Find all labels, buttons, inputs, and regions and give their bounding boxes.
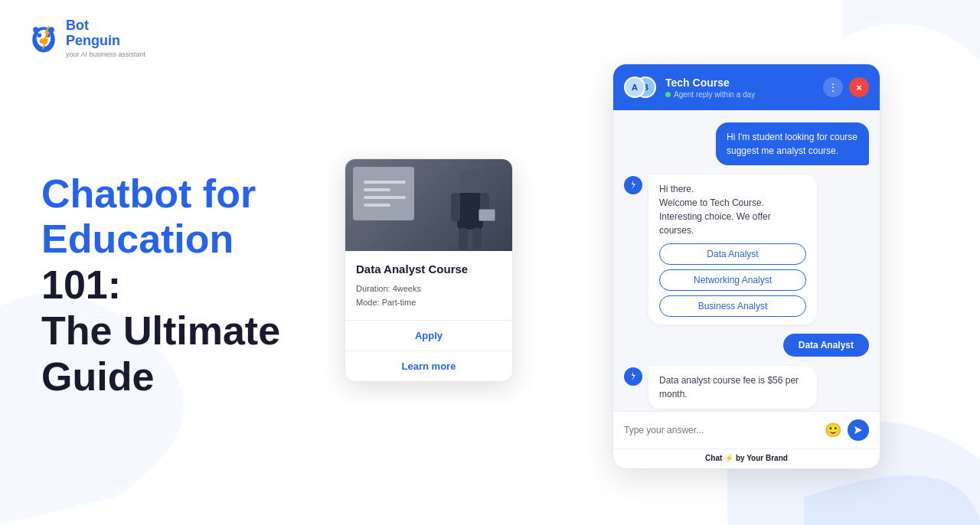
option-networking-analyst[interactable]: Networking Analyst [659, 269, 806, 291]
chat-title: Tech Course [665, 77, 815, 89]
heading-101: 101: [41, 262, 121, 307]
course-title: Data Analyst Course [356, 262, 501, 277]
svg-point-6 [48, 27, 54, 32]
user-message-1: Hi I'm student looking for course sugges… [716, 122, 869, 165]
board-line-2 [364, 188, 390, 191]
heading-line2: Education 101: [41, 217, 322, 308]
logo-brand: BotPenguin [66, 18, 145, 49]
chat-avatars: A B [624, 73, 658, 101]
bot-bubble-2: Data analyst course fee is $56 per month… [648, 366, 817, 409]
board-line-1 [364, 181, 406, 184]
chat-input-field[interactable] [624, 425, 818, 435]
send-button[interactable] [848, 419, 869, 441]
bot-avatar-1 [624, 176, 642, 194]
chat-header: A B Tech Course Agent reply within a day… [613, 64, 880, 110]
person-silhouette [443, 167, 497, 251]
bot-avatar-2 [624, 367, 642, 386]
course-meta: Duration: 4weeks Mode: Part-time [356, 282, 501, 309]
course-duration: Duration: 4weeks [356, 282, 501, 296]
svg-rect-14 [479, 210, 495, 220]
bot-bubble-1: Hi there.Welcome to Tech Course. Interes… [648, 174, 817, 324]
right-chat-area: A B Tech Course Agent reply within a day… [536, 56, 980, 469]
chat-footer-by: by [736, 454, 746, 462]
board-line-4 [364, 204, 390, 207]
chat-header-info: Tech Course Agent reply within a day [665, 77, 815, 99]
chat-messages: Hi I'm student looking for course sugges… [613, 110, 880, 411]
status-dot [665, 92, 671, 97]
svg-point-2 [38, 33, 42, 38]
chat-footer: Chat ⚡ by Your Brand [613, 448, 880, 468]
more-options-button[interactable]: ⋮ [823, 77, 843, 97]
chat-input-area[interactable]: 🙂 [613, 411, 880, 448]
center-card-area: Data Analyst Course Duration: 4weeks Mod… [322, 143, 536, 383]
svg-point-7 [459, 170, 481, 191]
heading-education: Education [41, 217, 234, 261]
course-card: Data Analyst Course Duration: 4weeks Mod… [345, 158, 513, 383]
chat-header-actions: ⋮ × [823, 77, 869, 97]
svg-rect-9 [451, 193, 460, 222]
bot-message-row-2: Data analyst course fee is $56 per month… [624, 366, 869, 409]
avatar-1: A [624, 77, 645, 98]
course-mode: Mode: Part-time [356, 296, 501, 310]
svg-point-5 [33, 27, 38, 32]
main-content: Chatbot for Education 101: The Ultimate … [0, 0, 980, 525]
board-content [364, 181, 406, 207]
chat-window: A B Tech Course Agent reply within a day… [612, 64, 880, 469]
emoji-button[interactable]: 🙂 [825, 422, 841, 439]
course-card-body: Data Analyst Course Duration: 4weeks Mod… [345, 251, 512, 310]
chat-status-text: Agent reply within a day [674, 90, 755, 99]
learn-more-button[interactable]: Learn more [345, 351, 512, 381]
logo-icon [28, 20, 60, 57]
user-selection-data-analyst: Data Analyst [783, 334, 869, 357]
whiteboard [353, 167, 414, 220]
bot-message-row-1: Hi there.Welcome to Tech Course. Interes… [624, 174, 869, 324]
left-text: Chatbot for Education 101: The Ultimate … [0, 126, 322, 400]
chat-footer-text: Chat [705, 454, 722, 462]
apply-button[interactable]: Apply [345, 321, 512, 351]
svg-rect-11 [459, 228, 468, 249]
heading-line3: The Ultimate Guide [41, 308, 322, 400]
course-card-image [345, 159, 512, 251]
option-business-analyst[interactable]: Business Analyst [659, 295, 806, 317]
heading-line1: Chatbot for [41, 171, 322, 217]
chat-footer-brand: Your Brand [746, 454, 788, 462]
logo-area: BotPenguin your AI business assistant [28, 18, 145, 58]
course-options: Data Analyst Networking Analyst Business… [659, 243, 806, 317]
board-line-3 [364, 196, 406, 199]
option-data-analyst[interactable]: Data Analyst [659, 243, 806, 265]
chat-status: Agent reply within a day [665, 90, 815, 99]
close-chat-button[interactable]: × [849, 77, 869, 97]
svg-rect-12 [472, 228, 482, 249]
logo-tagline: your AI business assistant [66, 51, 145, 58]
course-card-actions: Apply Learn more [345, 320, 512, 381]
logo-text: BotPenguin your AI business assistant [66, 18, 145, 58]
